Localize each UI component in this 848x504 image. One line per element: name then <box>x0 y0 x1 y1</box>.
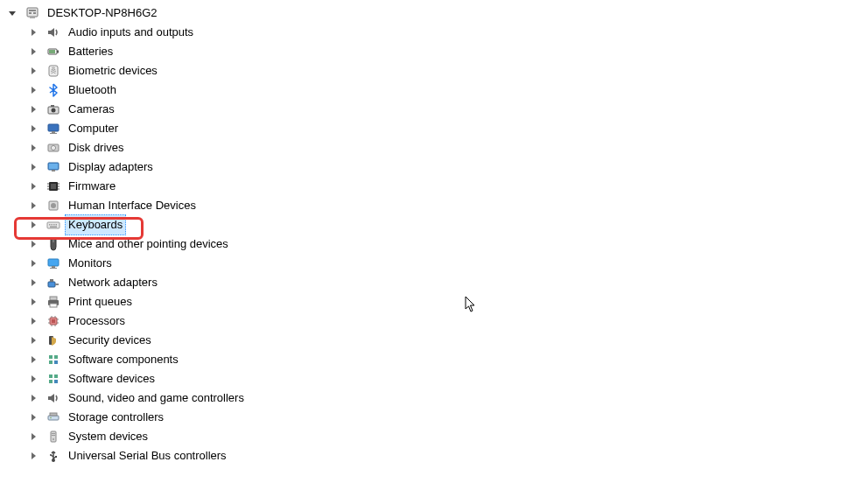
bluetooth-icon <box>46 82 61 98</box>
chevron-right-icon[interactable] <box>28 200 39 211</box>
category-label[interactable]: Storage controllers <box>65 407 167 428</box>
category-label[interactable]: Computer <box>65 118 122 139</box>
chevron-right-icon[interactable] <box>28 297 39 307</box>
category-sound[interactable]: Sound, video and game controllers <box>7 388 848 408</box>
category-label[interactable]: Keyboards <box>65 214 126 235</box>
computer-root-icon <box>25 5 40 21</box>
category-label[interactable]: Monitors <box>65 253 116 274</box>
category-label[interactable]: Batteries <box>65 41 116 62</box>
chevron-right-icon[interactable] <box>28 239 39 249</box>
keyboard-icon <box>46 217 61 233</box>
svg-point-67 <box>50 417 52 419</box>
category-label[interactable]: Audio inputs and outputs <box>65 22 197 43</box>
category-label[interactable]: Software devices <box>65 368 158 389</box>
camera-icon <box>46 102 61 117</box>
svg-rect-33 <box>52 224 53 226</box>
chevron-right-icon[interactable] <box>28 316 39 326</box>
root-label[interactable]: DESKTOP-NP8H6G2 <box>44 3 160 24</box>
svg-rect-3 <box>33 12 36 14</box>
category-monitors[interactable]: Monitors <box>7 254 848 273</box>
category-storage[interactable]: Storage controllers <box>7 408 848 427</box>
category-system[interactable]: System devices <box>7 427 848 446</box>
category-security[interactable]: Security devices <box>7 331 848 350</box>
category-list: Audio inputs and outputsBatteriesBiometr… <box>7 23 848 466</box>
chevron-right-icon[interactable] <box>28 46 39 57</box>
category-label[interactable]: Processors <box>65 311 129 332</box>
category-label[interactable]: Print queues <box>65 291 136 312</box>
chevron-right-icon[interactable] <box>28 66 39 76</box>
chevron-right-icon[interactable] <box>28 104 39 115</box>
svg-rect-66 <box>48 416 59 420</box>
category-label[interactable]: System devices <box>65 426 151 447</box>
category-audio[interactable]: Audio inputs and outputs <box>7 23 848 42</box>
chevron-right-icon[interactable] <box>28 123 39 134</box>
category-display[interactable]: Display adapters <box>7 158 848 177</box>
chevron-right-icon[interactable] <box>28 85 39 95</box>
chevron-right-icon[interactable] <box>28 393 39 403</box>
svg-rect-22 <box>51 184 56 189</box>
category-printq[interactable]: Print queues <box>7 292 848 312</box>
chevron-right-icon[interactable] <box>28 277 39 288</box>
category-usb[interactable]: Universal Serial Bus controllers <box>7 446 848 466</box>
chevron-right-icon[interactable] <box>28 374 39 384</box>
category-label[interactable]: Network adapters <box>65 272 161 293</box>
chevron-right-icon[interactable] <box>28 258 39 269</box>
category-computer[interactable]: Computer <box>7 119 848 138</box>
monitor-blue-icon <box>46 256 61 271</box>
category-label[interactable]: Sound, video and game controllers <box>65 388 248 409</box>
category-diskdrives[interactable]: Disk drives <box>7 138 848 158</box>
category-keyboards[interactable]: Keyboards <box>7 215 848 234</box>
category-label[interactable]: Firmware <box>65 176 119 197</box>
svg-rect-40 <box>50 268 57 269</box>
category-bluetooth[interactable]: Bluetooth <box>7 80 848 100</box>
chevron-right-icon[interactable] <box>28 27 39 38</box>
hdd-icon <box>46 140 61 156</box>
svg-rect-60 <box>49 360 53 364</box>
svg-rect-43 <box>50 279 53 282</box>
category-softcomp[interactable]: Software components <box>7 350 848 369</box>
chevron-down-icon[interactable] <box>7 8 18 18</box>
category-network[interactable]: Network adapters <box>7 273 848 292</box>
svg-rect-2 <box>29 12 32 14</box>
category-label[interactable]: Security devices <box>65 330 155 351</box>
svg-rect-7 <box>49 50 55 53</box>
category-label[interactable]: Biometric devices <box>65 60 161 81</box>
svg-rect-39 <box>52 266 55 268</box>
chevron-right-icon[interactable] <box>28 412 39 423</box>
mouse-icon <box>46 236 61 252</box>
chevron-right-icon[interactable] <box>28 220 39 230</box>
svg-rect-35 <box>56 224 58 226</box>
svg-rect-70 <box>52 433 55 434</box>
tree-root-row[interactable]: DESKTOP-NP8H6G2 <box>7 4 848 23</box>
storage-icon <box>46 410 61 425</box>
category-label[interactable]: Universal Serial Bus controllers <box>65 445 230 466</box>
monitor-icon <box>46 121 61 136</box>
chevron-right-icon[interactable] <box>28 451 39 461</box>
category-batteries[interactable]: Batteries <box>7 42 848 61</box>
category-label[interactable]: Cameras <box>65 99 118 120</box>
category-cameras[interactable]: Cameras <box>7 100 848 119</box>
chevron-right-icon[interactable] <box>28 162 39 172</box>
chevron-right-icon[interactable] <box>28 181 39 192</box>
category-label[interactable]: Disk drives <box>65 137 128 158</box>
chevron-right-icon[interactable] <box>28 354 39 365</box>
category-label[interactable]: Display adapters <box>65 157 157 178</box>
chevron-right-icon[interactable] <box>28 431 39 442</box>
category-label[interactable]: Mice and other pointing devices <box>65 234 232 255</box>
svg-rect-0 <box>27 8 38 17</box>
chevron-right-icon[interactable] <box>28 335 39 346</box>
fingerprint-icon <box>46 63 61 79</box>
category-label[interactable]: Software components <box>65 349 182 370</box>
category-label[interactable]: Human Interface Devices <box>65 195 200 216</box>
category-firmware[interactable]: Firmware <box>7 177 848 196</box>
chevron-right-icon[interactable] <box>28 143 39 153</box>
category-mice[interactable]: Mice and other pointing devices <box>7 234 848 254</box>
category-processors[interactable]: Processors <box>7 312 848 331</box>
category-label[interactable]: Bluetooth <box>65 80 120 101</box>
svg-rect-32 <box>49 224 51 226</box>
category-softdev[interactable]: Software devices <box>7 369 848 388</box>
svg-rect-61 <box>54 360 58 364</box>
category-biometric[interactable]: Biometric devices <box>7 61 848 80</box>
category-hid[interactable]: Human Interface Devices <box>7 196 848 215</box>
svg-rect-10 <box>51 105 54 107</box>
